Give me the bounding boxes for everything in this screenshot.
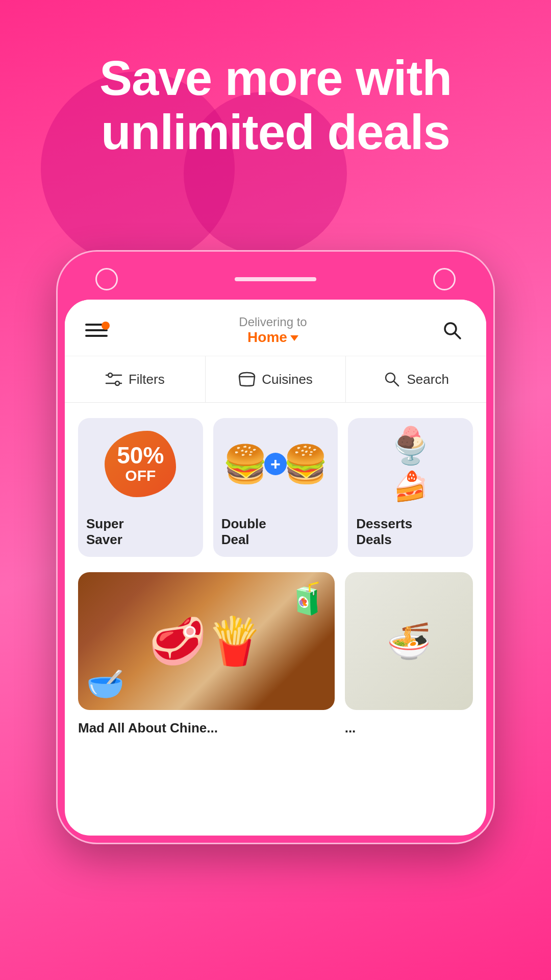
badge-off: OFF — [125, 467, 156, 484]
cuisines-button[interactable]: Cuisines — [206, 356, 346, 402]
deals-row: 50% OFF SuperSaver 🍔 + 🍔 — [65, 403, 486, 567]
food-photo-row: 🥩🍟 🥣 🧃 🍜 — [65, 567, 486, 715]
phone-outer-frame: Delivering to Home — [56, 250, 495, 844]
chinese-food-label: Mad All About Chine... — [78, 720, 335, 736]
chinese-food-card[interactable]: 🥩🍟 🥣 🧃 — [78, 572, 335, 710]
filters-label: Filters — [129, 372, 165, 387]
svg-line-1 — [455, 333, 460, 338]
asian-food-label: ... — [345, 720, 473, 736]
ice-cream-icon: 🍨 — [388, 425, 433, 467]
double-deal-image: 🍔 + 🍔 — [213, 418, 338, 510]
double-deal-title: DoubleDeal — [213, 510, 338, 557]
phone-top-bar — [65, 259, 486, 300]
desserts-card[interactable]: 🍨 🍰 DessertsDeals — [348, 418, 473, 557]
svg-point-5 — [115, 381, 119, 385]
double-deal-imgs: 🍔 + 🍔 — [222, 426, 329, 502]
cake-icon: 🍰 — [393, 470, 429, 503]
desserts-imgs: 🍨 🍰 — [388, 425, 433, 503]
location-selector[interactable]: Delivering to Home — [239, 315, 307, 346]
search-filter-label: Search — [407, 372, 448, 387]
phone-mockup: Delivering to Home — [56, 250, 495, 844]
delivering-to-label: Delivering to — [239, 315, 307, 329]
menu-notification-dot — [102, 322, 110, 330]
plus-icon: + — [264, 453, 287, 475]
chevron-down-icon — [290, 335, 298, 341]
badge-percent: 50% — [117, 444, 164, 467]
hero-title: Save more with unlimited deals — [0, 51, 551, 159]
svg-line-8 — [394, 381, 398, 386]
menu-button[interactable] — [85, 324, 108, 337]
location-value[interactable]: Home — [239, 329, 307, 346]
super-saver-card[interactable]: 50% OFF SuperSaver — [78, 418, 203, 557]
super-saver-image: 50% OFF — [78, 418, 203, 510]
double-deal-card[interactable]: 🍔 + 🍔 DoubleDeal — [213, 418, 338, 557]
desserts-title: DessertsDeals — [348, 510, 473, 557]
asian-food-image: 🍜 — [345, 572, 473, 710]
drink-icon: 🧃 — [288, 580, 327, 617]
super-saver-title: SuperSaver — [78, 510, 203, 557]
search-icon — [441, 319, 463, 341]
desserts-image: 🍨 🍰 — [348, 418, 473, 510]
sauce-bowl-icon: 🥣 — [86, 666, 124, 702]
search-filter-button[interactable]: Search — [346, 356, 486, 402]
super-saver-badge: 50% OFF — [105, 431, 176, 497]
location-text: Home — [247, 329, 287, 346]
asian-food-card[interactable]: 🍜 — [345, 572, 473, 710]
phone-screen: Delivering to Home — [65, 300, 486, 836]
cuisines-label: Cuisines — [262, 372, 313, 387]
food-labels-row: Mad All About Chine... ... — [65, 715, 486, 746]
filter-bar: Filters Cuisines Search — [65, 356, 486, 403]
menu-line-3 — [85, 335, 108, 337]
burger-left-icon: 🍔 — [222, 446, 268, 482]
search-filter-icon — [383, 371, 400, 388]
hero-section: Save more with unlimited deals — [0, 0, 551, 159]
phone-left-circle — [95, 268, 118, 290]
filter-button[interactable]: Filters — [65, 356, 206, 402]
app-header: Delivering to Home — [65, 300, 486, 356]
phone-notch — [235, 277, 316, 281]
filters-icon — [105, 372, 122, 386]
cuisines-icon — [238, 372, 256, 387]
svg-point-3 — [108, 373, 112, 377]
phone-right-circle — [433, 268, 456, 290]
burger-right-icon: 🍔 — [283, 446, 329, 482]
header-search-button[interactable] — [438, 316, 466, 344]
